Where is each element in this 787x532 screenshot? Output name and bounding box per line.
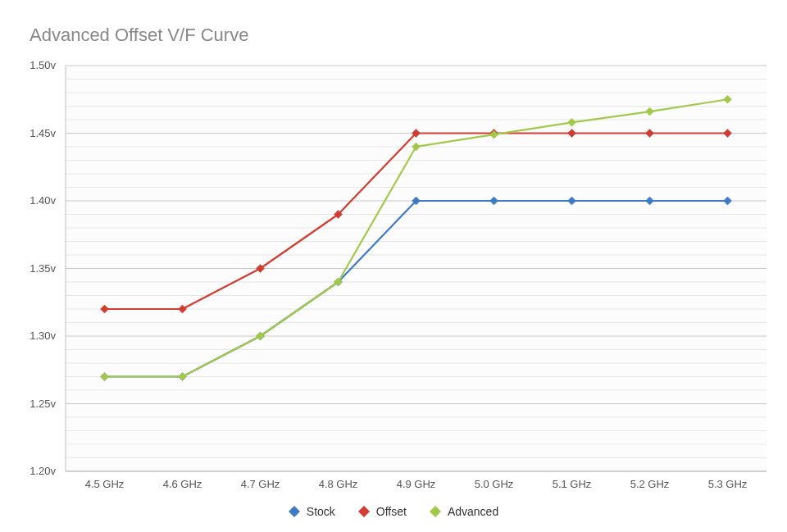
x-tick-label: 5.1 GHz — [553, 478, 592, 490]
x-tick-label: 4.8 GHz — [319, 478, 358, 490]
chart-legend: StockOffsetAdvanced — [0, 505, 787, 521]
legend-marker-icon — [289, 506, 300, 517]
legend-marker-icon — [358, 506, 370, 517]
legend-item-offset: Offset — [358, 505, 407, 518]
y-tick-label: 1.20v — [30, 465, 56, 477]
y-tick-label: 1.25v — [30, 398, 56, 410]
y-tick-label: 1.30v — [30, 330, 56, 342]
y-tick-label: 1.45v — [30, 127, 56, 139]
vf-curve-chart: Advanced Offset V/F Curve 1.20v1.25v1.30… — [0, 0, 787, 532]
x-tick-label: 5.2 GHz — [630, 478, 670, 490]
x-tick-label: 4.6 GHz — [163, 478, 202, 490]
x-tick-label: 4.9 GHz — [397, 478, 436, 490]
x-tick-label: 4.7 GHz — [241, 478, 280, 490]
y-tick-label: 1.40v — [30, 194, 56, 207]
x-tick-label: 4.5 GHz — [85, 478, 125, 490]
legend-marker-icon — [430, 506, 441, 517]
y-tick-label: 1.35v — [30, 262, 56, 275]
legend-item-stock: Stock — [289, 505, 335, 518]
legend-item-advanced: Advanced — [430, 505, 498, 518]
x-tick-label: 5.0 GHz — [475, 478, 514, 490]
legend-label: Advanced — [448, 505, 498, 518]
y-tick-label: 1.50v — [30, 59, 56, 71]
x-tick-label: 5.3 GHz — [708, 478, 748, 490]
legend-label: Offset — [376, 505, 407, 518]
chart-title: Advanced Offset V/F Curve — [30, 25, 248, 46]
chart-plot-area: 1.20v1.25v1.30v1.35v1.40v1.45v1.50v4.5 G… — [0, 0, 787, 532]
legend-label: Stock — [307, 505, 335, 518]
